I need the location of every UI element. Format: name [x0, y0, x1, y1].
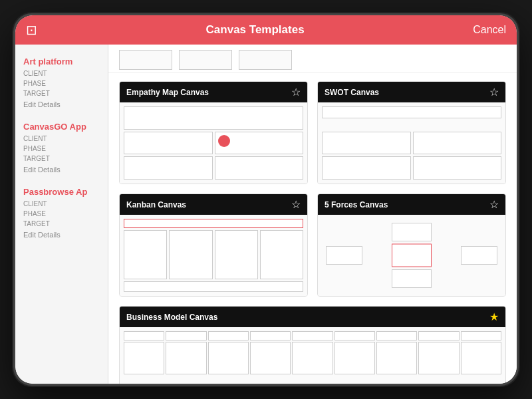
star-icon-forces[interactable]: ☆	[489, 198, 499, 211]
template-card-header-forces: 5 Forces Canvas ☆	[318, 194, 505, 215]
sw-cell-br	[413, 156, 502, 180]
template-card-header-bmc: Business Model Canvas ★	[120, 307, 505, 327]
forces-layout	[322, 219, 501, 292]
project-name-art: Art platform	[23, 57, 100, 66]
template-card-five-forces[interactable]: 5 Forces Canvas ☆	[317, 194, 506, 297]
template-body-kanban	[120, 215, 307, 296]
template-card-header-swot: SWOT Canvas ☆	[318, 82, 505, 102]
template-card-kanban[interactable]: Kanban Canvas ☆	[119, 194, 308, 297]
screen: ⊡ Canvas Templates Cancel Art platform C…	[15, 15, 517, 384]
empathy-map-layout	[124, 106, 303, 180]
star-icon-kanban[interactable]: ☆	[291, 198, 301, 211]
forces-left-cell	[326, 246, 362, 265]
sw-cell-tr	[413, 132, 502, 155]
em-cell-left	[124, 132, 213, 155]
edit-details-canvasgo[interactable]: Edit Details	[23, 166, 100, 174]
template-body-forces	[318, 215, 505, 296]
template-card-header-empathy: Empathy Map Canvas ☆	[120, 82, 307, 102]
project-detail-canvasgo: CLIENT PHASE TARGET	[23, 134, 100, 164]
sw-cell-tl	[322, 132, 411, 155]
star-icon-empathy[interactable]: ☆	[291, 86, 301, 98]
star-icon-swot[interactable]: ☆	[489, 86, 499, 98]
sidebar-item-canvasgo[interactable]: CanvasGO App CLIENT PHASE TARGET Edit De…	[15, 116, 108, 179]
folder-icon: ⊡	[26, 22, 37, 38]
sidebar-item-art-platform[interactable]: Art platform CLIENT PHASE TARGET Edit De…	[15, 51, 108, 114]
preview-item-2	[179, 50, 232, 70]
em-cell-right	[215, 132, 304, 155]
template-title-swot: SWOT Canvas	[325, 88, 379, 97]
modal-title: Canvas Templates	[206, 23, 305, 37]
sidebar: Art platform CLIENT PHASE TARGET Edit De…	[15, 45, 108, 384]
preview-strip	[108, 45, 517, 73]
forces-center-cell	[392, 244, 432, 267]
em-cell-bl	[124, 156, 213, 180]
project-name-passbrowse: Passbrowse Ap	[23, 187, 100, 197]
template-title-forces: 5 Forces Canvas	[325, 200, 388, 209]
project-name-canvasgo: CanvasGO App	[23, 122, 100, 132]
template-title-empathy: Empathy Map Canvas	[126, 88, 209, 97]
em-cell-br	[215, 156, 304, 180]
forces-bottom-cell	[392, 269, 432, 288]
star-icon-bmc[interactable]: ★	[489, 311, 499, 323]
forces-top-cell	[392, 223, 432, 241]
modal-content: Empathy Map Canvas ☆	[108, 73, 517, 384]
forces-right-cell	[461, 246, 497, 265]
cancel-button[interactable]: Cancel	[473, 24, 506, 36]
template-card-header-kanban: Kanban Canvas ☆	[120, 194, 307, 215]
edit-details-passbrowse[interactable]: Edit Details	[23, 231, 100, 239]
edit-details-art[interactable]: Edit Details	[23, 100, 100, 108]
template-title-bmc: Business Model Canvas	[126, 313, 217, 322]
template-body-bmc	[120, 327, 505, 384]
template-body-empathy	[120, 102, 307, 184]
template-grid: Empathy Map Canvas ☆	[119, 81, 506, 384]
template-card-empathy-map[interactable]: Empathy Map Canvas ☆	[119, 81, 308, 184]
device-frame: ⊡ Canvas Templates Cancel Art platform C…	[13, 13, 519, 386]
preview-item-3	[239, 50, 292, 70]
template-title-kanban: Kanban Canvas	[126, 200, 186, 209]
top-bar: ⊡ Canvas Templates Cancel	[15, 15, 517, 45]
project-detail-art: CLIENT PHASE TARGET	[23, 68, 100, 98]
preview-item-1	[119, 50, 172, 70]
sw-cell-top	[322, 106, 501, 118]
project-detail-passbrowse: CLIENT PHASE TARGET	[23, 199, 100, 229]
modal-overlay: Empathy Map Canvas ☆	[108, 45, 517, 384]
em-cell-top	[124, 106, 303, 130]
template-body-swot	[318, 102, 505, 184]
sw-cell-bl	[322, 156, 411, 180]
swot-layout	[322, 106, 501, 180]
template-card-swot[interactable]: SWOT Canvas ☆	[317, 81, 506, 184]
main-area: Art platform CLIENT PHASE TARGET Edit De…	[15, 45, 517, 384]
sidebar-item-passbrowse[interactable]: Passbrowse Ap CLIENT PHASE TARGET Edit D…	[15, 182, 108, 244]
template-card-business-model[interactable]: Business Model Canvas ★	[119, 306, 506, 384]
